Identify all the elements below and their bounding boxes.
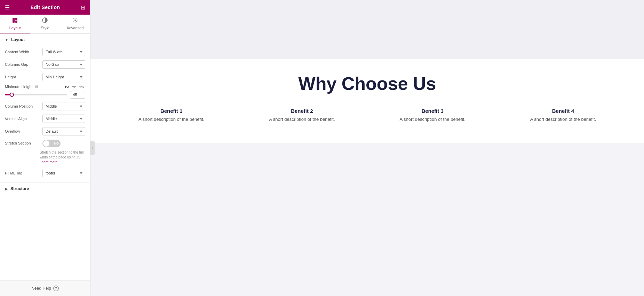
content-width-label: Content Width	[5, 50, 40, 54]
columns-gap-label: Columns Gap	[5, 62, 40, 67]
benefit-2-desc: A short description of the benefit.	[242, 117, 362, 122]
benefit-item-4: Benefit 4 A short description of the ben…	[503, 108, 623, 122]
benefit-3-desc: A short description of the benefit.	[373, 117, 493, 122]
structure-section-label: Structure	[10, 186, 29, 191]
minimum-height-row: Minimum Height 🖥 PX VH VW	[0, 83, 90, 100]
minimum-height-slider[interactable]	[5, 94, 67, 95]
unit-buttons: PX VH VW	[64, 85, 85, 89]
content-width-row: Content Width Full Width Boxed	[0, 46, 90, 58]
page-top-bar	[90, 0, 644, 59]
structure-section: ▶ Structure	[0, 182, 90, 195]
stretch-section-toggle[interactable]: NO	[42, 140, 61, 147]
toggle-knob	[43, 140, 49, 147]
html-tag-label: HTML Tag	[5, 171, 40, 175]
vertical-align-label: Vertical Align	[5, 117, 40, 121]
svg-rect-2	[15, 21, 17, 23]
column-position-row: Column Position Top Middle Bottom	[0, 100, 90, 112]
svg-rect-0	[13, 18, 15, 23]
benefit-4-title: Benefit 4	[503, 108, 623, 114]
tab-advanced[interactable]: Advanced	[60, 15, 90, 33]
stretch-note: Stretch the section to the full width of…	[0, 149, 90, 167]
benefit-4-desc: A short description of the benefit.	[503, 117, 623, 122]
layout-arrow-icon: ▼	[5, 38, 8, 42]
panel-tabs: Layout Style Advanced	[0, 15, 90, 34]
columns-gap-row: Columns Gap No Gap Narrow Default Extend…	[0, 58, 90, 71]
columns-gap-select[interactable]: No Gap Narrow Default Extended Wide	[42, 60, 85, 69]
why-choose-us-section: Why Choose Us Benefit 1 A short descript…	[90, 59, 644, 143]
column-position-select[interactable]: Top Middle Bottom	[42, 102, 85, 110]
toggle-no-label: NO	[54, 142, 59, 145]
help-icon: ?	[53, 286, 59, 291]
vertical-align-select[interactable]: Top Middle Bottom	[42, 115, 85, 123]
minimum-height-input[interactable]	[70, 91, 85, 99]
need-help-footer[interactable]: Need Help ?	[0, 280, 90, 296]
content-width-select[interactable]: Full Width Boxed	[42, 48, 85, 56]
sidebar-panel: ☰ Edit Section ⊞ Layout Style	[0, 0, 90, 296]
benefit-item-1: Benefit 1 A short description of the ben…	[111, 108, 231, 122]
overflow-label: Overflow	[5, 129, 40, 133]
overflow-row: Overflow Default Hidden	[0, 125, 90, 138]
html-tag-row: HTML Tag header main footer article sect…	[0, 167, 90, 179]
learn-more-link[interactable]: Learn more.	[40, 160, 58, 164]
style-tab-icon	[42, 17, 48, 24]
menu-icon[interactable]: ☰	[5, 4, 10, 11]
layout-section-label: Layout	[11, 37, 25, 42]
tab-advanced-label: Advanced	[66, 26, 84, 30]
sidebar-collapse-handle[interactable]: ‹	[90, 141, 95, 155]
need-help-text: Need Help	[31, 286, 51, 291]
stretch-section-row: Stretch Section NO	[0, 138, 90, 149]
unit-vh-button[interactable]: VH	[71, 85, 78, 89]
unit-vw-button[interactable]: VW	[78, 85, 86, 89]
structure-arrow-icon: ▶	[5, 187, 8, 191]
minimum-height-label: Minimum Height	[5, 85, 32, 89]
height-row: Height Default Min Height Fit To Screen	[0, 71, 90, 83]
tab-layout-label: Layout	[9, 26, 21, 30]
structure-section-header[interactable]: ▶ Structure	[0, 183, 90, 195]
benefit-1-desc: A short description of the benefit.	[111, 117, 231, 122]
sidebar-content: ▼ Layout Content Width Full Width Boxed …	[0, 34, 90, 280]
height-label: Height	[5, 75, 40, 79]
tab-layout[interactable]: Layout	[0, 15, 30, 33]
sidebar-header: ☰ Edit Section ⊞	[0, 0, 90, 15]
slider-thumb[interactable]	[10, 93, 14, 97]
tab-style-label: Style	[41, 26, 49, 30]
benefits-grid: Benefit 1 A short description of the ben…	[111, 108, 623, 122]
stretch-section-label: Stretch Section	[5, 140, 40, 145]
main-content: Why Choose Us Benefit 1 A short descript…	[90, 0, 644, 296]
height-select[interactable]: Default Min Height Fit To Screen	[42, 73, 85, 81]
grid-icon[interactable]: ⊞	[81, 4, 85, 11]
benefit-3-title: Benefit 3	[373, 108, 493, 114]
benefit-1-title: Benefit 1	[111, 108, 231, 114]
vertical-align-row: Vertical Align Top Middle Bottom	[0, 112, 90, 125]
svg-rect-1	[15, 18, 17, 20]
benefit-item-2: Benefit 2 A short description of the ben…	[242, 108, 362, 122]
benefit-2-title: Benefit 2	[242, 108, 362, 114]
svg-point-4	[74, 20, 76, 21]
benefit-item-3: Benefit 3 A short description of the ben…	[373, 108, 493, 122]
overflow-select[interactable]: Default Hidden	[42, 127, 85, 135]
why-choose-us-title: Why Choose Us	[111, 73, 623, 94]
layout-section-header[interactable]: ▼ Layout	[0, 34, 90, 46]
html-tag-select[interactable]: header main footer article section div	[42, 169, 85, 177]
tab-style[interactable]: Style	[30, 15, 60, 33]
panel-title: Edit Section	[31, 5, 60, 10]
unit-px-button[interactable]: PX	[64, 85, 70, 89]
monitor-icon: 🖥	[34, 85, 38, 89]
layout-tab-icon	[12, 17, 18, 24]
divider	[0, 181, 90, 181]
column-position-label: Column Position	[5, 104, 40, 108]
advanced-tab-icon	[72, 17, 78, 24]
